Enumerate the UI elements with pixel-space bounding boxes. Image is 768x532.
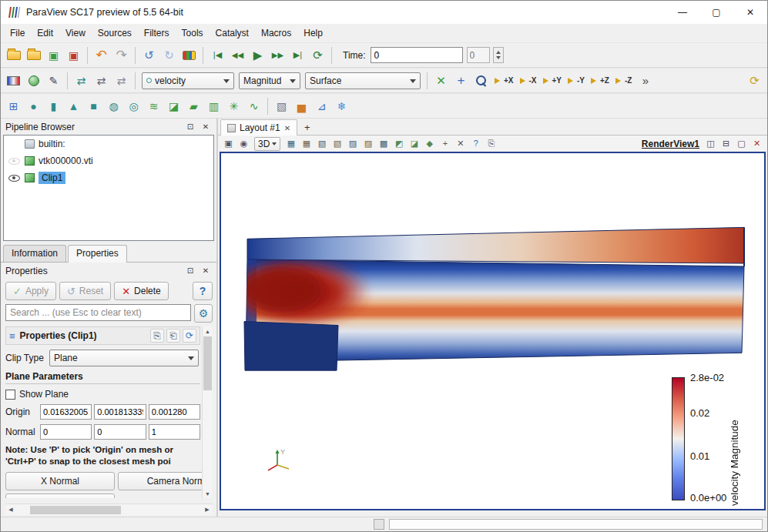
menu-help[interactable]: Help	[297, 25, 329, 41]
source-disk-icon[interactable]: ◍	[104, 96, 123, 115]
apply-button[interactable]: ✓ Apply	[5, 282, 56, 300]
toolbar-overflow-icon[interactable]: »	[636, 71, 655, 90]
close-tab-icon[interactable]: ✕	[284, 124, 290, 132]
interactive-select-cells-icon[interactable]: ◩	[391, 136, 406, 151]
interactive-select-points-icon[interactable]: ◪	[407, 136, 421, 151]
maximize-button[interactable]: ▢	[699, 1, 733, 24]
rescale-data-range-icon[interactable]: ⇄	[72, 71, 91, 90]
zoom-to-box-icon[interactable]	[471, 71, 491, 90]
add-layout-tab[interactable]: +	[297, 120, 317, 135]
normal-z-input[interactable]	[149, 424, 200, 440]
visibility-eye-icon[interactable]	[8, 158, 20, 165]
tab-properties[interactable]: Properties	[68, 245, 127, 263]
render-view-canvas[interactable]: 2.8e-02 0.02 0.01 0.0e+00 velocity Magni…	[220, 152, 766, 510]
histogram-icon[interactable]: ▅	[292, 96, 311, 115]
show-plane-checkbox[interactable]	[5, 390, 15, 400]
y-normal-button[interactable]: Y Normal	[5, 494, 115, 498]
load-palette-icon[interactable]	[179, 45, 199, 65]
capture-screenshot-icon[interactable]: ▣	[221, 136, 236, 151]
previous-frame-icon[interactable]: ◀◀	[228, 45, 247, 65]
plot-over-line-icon[interactable]: ⊿	[312, 96, 331, 115]
clip-type-select[interactable]: Plane	[49, 350, 199, 366]
select-block-icon[interactable]: ▩	[376, 136, 391, 151]
select-frustum-points-icon[interactable]: ▧	[330, 136, 344, 151]
abort-button[interactable]	[374, 519, 384, 530]
time-input[interactable]	[371, 47, 463, 63]
rescale-temporal-icon[interactable]: ⇄	[112, 71, 131, 90]
redo-icon[interactable]: ↷	[112, 45, 131, 65]
normal-x-input[interactable]	[40, 424, 92, 440]
reload-properties-icon[interactable]: ⟳	[183, 329, 196, 343]
select-surface-points-icon[interactable]: ▦	[299, 136, 314, 151]
close-button[interactable]: ✕	[733, 1, 767, 24]
source-sphere-icon[interactable]: ●	[24, 96, 43, 115]
last-frame-icon[interactable]: ▶|	[288, 45, 307, 65]
frame-spinner[interactable]	[493, 47, 504, 63]
camera-redo-icon[interactable]: ↻	[159, 45, 179, 65]
menu-tools[interactable]: Tools	[176, 25, 210, 41]
tab-information[interactable]: Information	[3, 245, 66, 262]
help-icon[interactable]: ?	[468, 136, 483, 151]
rescale-custom-range-icon[interactable]: ⇄	[92, 71, 111, 90]
copy-properties-icon[interactable]: ⎘	[150, 329, 164, 343]
pipeline-item-clip1[interactable]: Clip1	[4, 169, 213, 186]
properties-horizontal-scrollbar[interactable]: ◀ ▶	[5, 504, 213, 515]
scrollbar-thumb[interactable]	[203, 336, 212, 390]
select-polygon-points-icon[interactable]: ▨	[361, 136, 375, 151]
close-panel-icon[interactable]: ✕	[200, 265, 212, 277]
help-button[interactable]: ?	[193, 282, 213, 300]
undo-icon[interactable]: ↶	[92, 45, 111, 65]
search-input[interactable]	[5, 304, 191, 321]
delete-button[interactable]: ✕ Delete	[114, 282, 169, 300]
properties-vertical-scrollbar[interactable]: ▲ ▼	[202, 326, 213, 498]
normal-y-input[interactable]	[94, 424, 146, 440]
solid-color-icon[interactable]	[24, 71, 43, 90]
menu-sources[interactable]: Sources	[92, 25, 138, 41]
filter-contour-icon[interactable]: ≋	[144, 96, 163, 115]
glyph-snowflake-icon[interactable]: ❄	[332, 96, 351, 115]
menu-catalyst[interactable]: Catalyst	[210, 25, 255, 41]
x-normal-button[interactable]: X Normal	[5, 472, 115, 490]
set-view-plus-y-button[interactable]: +Y	[541, 72, 565, 90]
split-vertical-icon[interactable]: ⊟	[719, 136, 733, 151]
gear-icon[interactable]: ⚙	[194, 304, 213, 323]
scroll-up-arrow-icon[interactable]: ▲	[203, 326, 213, 336]
pipeline-item-builtin[interactable]: builtin:	[4, 136, 213, 152]
connect-icon[interactable]: ▣	[44, 45, 63, 65]
next-frame-icon[interactable]: ▶▶	[268, 45, 287, 65]
color-array-select[interactable]: velocity	[142, 72, 234, 89]
clear-selection-icon[interactable]: ✕	[453, 136, 468, 151]
disconnect-icon[interactable]: ▣	[64, 45, 83, 65]
menu-edit[interactable]: Edit	[31, 25, 59, 41]
loop-icon[interactable]: ⟳	[308, 45, 327, 65]
scroll-down-arrow-icon[interactable]: ▼	[203, 489, 213, 498]
grow-selection-icon[interactable]: +	[438, 136, 452, 151]
reset-button[interactable]: ↺ Reset	[59, 282, 111, 300]
visibility-eye-icon[interactable]	[8, 175, 20, 182]
maximize-view-icon[interactable]: ▢	[734, 136, 749, 151]
source-cube-icon[interactable]: ■	[84, 96, 103, 115]
calculator-icon[interactable]: ⊞	[4, 96, 23, 115]
set-view-minus-z-button[interactable]: -Z	[613, 72, 634, 90]
origin-z-input[interactable]	[149, 404, 200, 420]
reset-camera-icon[interactable]: ✕	[431, 71, 451, 90]
frame-index-input[interactable]	[467, 47, 490, 63]
origin-x-input[interactable]	[40, 404, 92, 420]
interaction-mode-select[interactable]: 3D	[254, 137, 280, 151]
select-surface-cells-icon[interactable]: ▦	[283, 136, 298, 151]
close-view-icon[interactable]: ✕	[750, 136, 764, 151]
scroll-right-arrow-icon[interactable]: ▶	[202, 507, 213, 513]
rotate-camera-icon[interactable]: ⟳	[745, 71, 764, 90]
zoom-to-data-icon[interactable]: +	[451, 71, 471, 90]
adjust-camera-icon[interactable]: ◉	[236, 136, 251, 151]
paste-properties-icon[interactable]: ⎗	[166, 329, 180, 343]
set-view-minus-y-button[interactable]: -Y	[565, 72, 587, 90]
select-frustum-cells-icon[interactable]: ▧	[314, 136, 329, 151]
filter-glyph-icon[interactable]: ✳	[224, 96, 243, 115]
first-frame-icon[interactable]: |◀	[208, 45, 227, 65]
filter-slice-icon[interactable]: ▰	[184, 96, 203, 115]
open-file-icon[interactable]	[4, 45, 23, 65]
camera-normal-button[interactable]: Camera Normal	[118, 472, 213, 490]
source-cylinder-icon[interactable]: ▮	[44, 96, 63, 115]
source-globe-icon[interactable]: ◎	[124, 96, 143, 115]
